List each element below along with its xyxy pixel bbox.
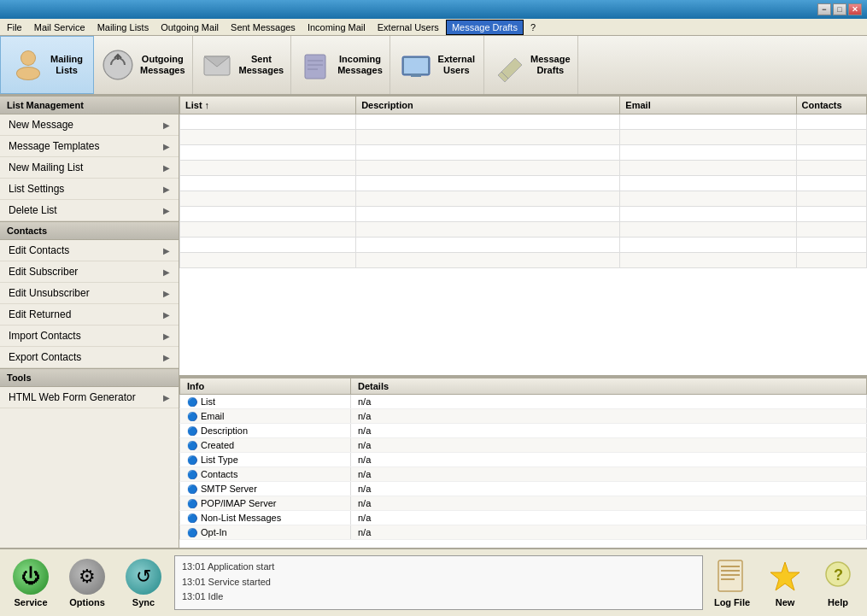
table-row[interactable] (180, 161, 867, 176)
sidebar: List ManagementNew Message▶Message Templ… (0, 96, 179, 548)
info-icon: 🔵 (187, 441, 197, 450)
sidebar-section-tools: Tools (0, 368, 179, 387)
table-row[interactable] (180, 222, 867, 238)
sidebar-item-export-contacts[interactable]: Export Contacts▶ (0, 347, 179, 368)
menu-item-incoming-mail[interactable]: Incoming Mail (302, 21, 371, 34)
svg-rect-9 (305, 55, 325, 79)
info-label: 🔵List (180, 395, 351, 409)
info-row: 🔵POP/IMAP Servern/a (180, 496, 867, 511)
menu-item-sent-messages[interactable]: Sent Messages (226, 21, 301, 34)
sent-messages-icon (200, 48, 234, 82)
info-panel: InfoDetails 🔵Listn/a🔵Emailn/a🔵Descriptio… (179, 377, 867, 548)
column-header-description[interactable]: Description (356, 97, 620, 114)
table-row[interactable] (180, 145, 867, 161)
table-row[interactable] (180, 114, 867, 130)
toolbar-btn-sent-messages[interactable]: SentMessages (193, 36, 292, 94)
service-label: Service (14, 597, 47, 607)
info-detail: n/a (351, 467, 867, 482)
chevron-right-icon: ▶ (163, 142, 170, 151)
content-area: List ↑DescriptionEmailContacts InfoDetai… (179, 96, 867, 548)
column-header-contacts[interactable]: Contacts (796, 97, 867, 114)
options-icon: ⚙ (69, 559, 105, 595)
menu-item-mail-service[interactable]: Mail Service (29, 21, 91, 34)
info-row: 🔵Contactsn/a (180, 467, 867, 482)
toolbar-btn-incoming-messages[interactable]: IncomingMessages (291, 36, 390, 94)
chevron-right-icon: ▶ (163, 163, 170, 173)
sidebar-item-edit-unsubscriber[interactable]: Edit Unsubscriber▶ (0, 283, 179, 304)
sidebar-item-label: HTML Web Form Generator (9, 391, 136, 403)
table-row[interactable] (180, 238, 867, 253)
new-button[interactable]: New (761, 559, 809, 607)
sidebar-section-list-management: List Management (0, 96, 179, 114)
sidebar-item-list-settings[interactable]: List Settings▶ (0, 179, 179, 200)
sidebar-item-label: Export Contacts (9, 351, 81, 363)
info-icon: 🔵 (187, 513, 197, 523)
sync-label: Sync (132, 597, 155, 607)
info-icon: 🔵 (187, 528, 197, 537)
svg-marker-22 (770, 562, 800, 590)
info-icon: 🔵 (187, 397, 197, 407)
sidebar-item-new-mailing-list[interactable]: New Mailing List▶ (0, 157, 179, 179)
info-row: 🔵Opt-Inn/a (180, 525, 867, 540)
table-row[interactable] (180, 207, 867, 222)
options-button[interactable]: ⚙ Options (62, 559, 113, 607)
menu-item-mailing-lists[interactable]: Mailing Lists (92, 21, 155, 34)
external-users-icon (399, 48, 433, 82)
info-label: 🔵Email (180, 409, 351, 424)
sidebar-item-html-web-form-generator[interactable]: HTML Web Form Generator▶ (0, 387, 179, 408)
svg-point-3 (17, 67, 39, 79)
info-row: 🔵Listn/a (180, 395, 867, 409)
toolbar-btn-external-users[interactable]: ExternalUsers (390, 36, 484, 94)
chevron-right-icon: ▶ (163, 267, 170, 277)
incoming-messages-label: IncomingMessages (337, 54, 383, 76)
table-row[interactable] (180, 191, 867, 207)
sidebar-item-message-templates[interactable]: Message Templates▶ (0, 136, 179, 157)
info-icon: 🔵 (187, 455, 197, 465)
chevron-right-icon: ▶ (163, 393, 170, 402)
info-column-info: Info (180, 378, 351, 395)
message-drafts-label: MessageDrafts (530, 54, 570, 76)
column-header-email[interactable]: Email (620, 97, 796, 114)
sidebar-item-import-contacts[interactable]: Import Contacts▶ (0, 326, 179, 347)
column-header-list-[interactable]: List ↑ (180, 97, 356, 114)
log-file-button[interactable]: Log File (708, 559, 756, 607)
message-drafts-icon (491, 48, 525, 82)
help-button[interactable]: ? Help (814, 559, 862, 607)
sidebar-item-delete-list[interactable]: Delete List▶ (0, 200, 179, 221)
mailing-lists-label: MailingLists (50, 54, 83, 76)
info-detail: n/a (351, 438, 867, 453)
close-button[interactable]: ✕ (848, 3, 862, 15)
table-row[interactable] (180, 253, 867, 268)
menu-item-?[interactable]: ? (525, 21, 541, 34)
sidebar-item-label: Import Contacts (9, 330, 81, 342)
info-detail: n/a (351, 496, 867, 511)
sidebar-item-edit-contacts[interactable]: Edit Contacts▶ (0, 240, 179, 261)
menu-item-outgoing-mail[interactable]: Outgoing Mail (155, 21, 224, 34)
sidebar-item-edit-subscriber[interactable]: Edit Subscriber▶ (0, 261, 179, 283)
info-icon: 🔵 (187, 499, 197, 508)
sidebar-item-edit-returned[interactable]: Edit Returned▶ (0, 304, 179, 326)
chevron-right-icon: ▶ (163, 120, 170, 130)
maximize-button[interactable]: □ (833, 3, 846, 15)
svg-rect-10 (308, 60, 323, 62)
info-row: 🔵SMTP Servern/a (180, 482, 867, 496)
minimize-button[interactable]: − (817, 3, 831, 15)
chevron-right-icon: ▶ (163, 246, 170, 255)
service-button[interactable]: ⏻ Service (5, 559, 56, 607)
chevron-right-icon: ▶ (163, 331, 170, 341)
sync-button[interactable]: ↺ Sync (118, 559, 169, 607)
sidebar-item-new-message[interactable]: New Message▶ (0, 114, 179, 136)
incoming-messages-icon (298, 48, 332, 82)
toolbar-btn-mailing-lists[interactable]: MailingLists (0, 36, 94, 94)
menu-item-external-users[interactable]: External Users (372, 21, 444, 34)
toolbar: MailingLists OutgoingMessages SentMessag… (0, 36, 867, 96)
toolbar-btn-message-drafts[interactable]: MessageDrafts (484, 36, 578, 94)
sidebar-item-label: New Message (9, 119, 73, 131)
menu-item-message-drafts[interactable]: Message Drafts (446, 20, 524, 35)
table-row[interactable] (180, 176, 867, 191)
svg-rect-21 (721, 578, 735, 580)
info-row: 🔵Non-List Messagesn/a (180, 511, 867, 525)
menu-item-file[interactable]: File (2, 21, 27, 34)
toolbar-btn-outgoing-messages[interactable]: OutgoingMessages (94, 36, 193, 94)
table-row[interactable] (180, 130, 867, 145)
